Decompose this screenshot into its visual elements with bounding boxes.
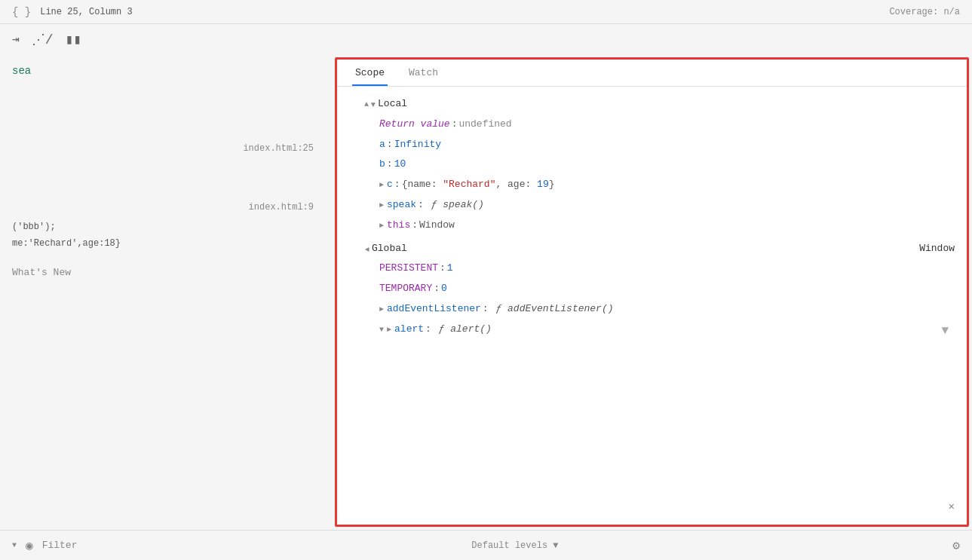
braces-icon: { } <box>12 6 31 18</box>
bottom-center: Default levels ▼ <box>89 540 940 551</box>
return-value-key: Return value <box>379 117 450 133</box>
sea-text: sea <box>0 60 332 81</box>
temporary-key: TEMPORARY <box>379 281 432 297</box>
global-label: Global <box>372 241 407 257</box>
temporary-row: TEMPORARY : 0 <box>337 279 967 299</box>
whats-new-label: What's New <box>0 262 332 283</box>
down-arrow-icon: ▼ <box>379 324 384 336</box>
bottom-left: ▼ ◉ Filter <box>12 538 77 553</box>
c-name-string: "Rechard" <box>443 179 495 190</box>
filter-label[interactable]: Filter <box>42 540 78 551</box>
scope-content: ▲ ► Local Return value : undefined a : I… <box>337 87 967 525</box>
local-header[interactable]: ▲ ► Local <box>337 94 967 115</box>
top-bar: { } Line 25, Column 3 Coverage: n/a <box>0 0 972 24</box>
alert-key: alert <box>394 322 424 338</box>
c-row[interactable]: ► c : {name: "Rechard", age: 19} <box>337 175 967 195</box>
b-val: 10 <box>394 157 406 173</box>
a-row: a : Infinity <box>337 135 967 155</box>
persistent-key: PERSISTENT <box>379 261 438 277</box>
speak-func: speak() <box>443 197 484 213</box>
temporary-val: 0 <box>441 281 447 297</box>
ref2: index.html:9 <box>237 200 332 214</box>
speak-expand-icon[interactable]: ► <box>379 200 384 212</box>
pause-button[interactable]: ▮▮ <box>65 31 81 47</box>
toolbar-row: ⇥ ⋰/ ▮▮ <box>0 24 972 54</box>
global-header[interactable]: ▼ Global Window <box>337 239 967 259</box>
speak-row[interactable]: ► speak : ƒ speak() <box>337 195 967 216</box>
global-expand-icon[interactable]: ▼ <box>360 247 373 252</box>
close-icon[interactable]: ✕ <box>949 500 955 513</box>
a-val: Infinity <box>394 137 441 153</box>
tabs-row: Scope Watch <box>337 60 967 87</box>
addeventlistener-row[interactable]: ► addEventListener : ƒ addEventListener(… <box>337 299 967 320</box>
alert-expand-icon[interactable]: ► <box>387 324 391 336</box>
eye-icon[interactable]: ◉ <box>26 538 33 553</box>
return-value-row: Return value : undefined <box>337 115 967 135</box>
this-expand-icon[interactable]: ► <box>379 220 384 232</box>
persistent-row: PERSISTENT : 1 <box>337 259 967 279</box>
cursor-position: Line 25, Column 3 <box>40 7 132 17</box>
global-val: Window <box>919 241 955 257</box>
scrollbar-down-icon: ▼ <box>941 322 949 341</box>
this-val: Window <box>419 218 455 234</box>
return-value-val: undefined <box>458 117 511 133</box>
top-bar-left: { } Line 25, Column 3 <box>12 6 133 18</box>
this-row[interactable]: ► this : Window <box>337 216 967 236</box>
local-expand-icon[interactable]: ► <box>366 103 379 107</box>
default-levels-label[interactable]: Default levels ▼ <box>471 540 558 551</box>
a-key: a <box>379 137 385 153</box>
addevent-key: addEventListener <box>387 301 481 317</box>
step-over-button[interactable]: ⋰/ <box>32 31 54 47</box>
alert-row[interactable]: ▼ ► alert : ƒ alert() ▼ <box>337 320 967 340</box>
settings-gear-icon[interactable]: ⚙ <box>952 538 960 553</box>
left-panel: sea index.html:25 index.html:9 ('bbb'); … <box>0 54 332 530</box>
local-label: Local <box>378 96 407 112</box>
scope-panel: Scope Watch ▲ ► Local Return value : und… <box>335 57 969 527</box>
c-val: {name: "Rechard", age: 19} <box>402 177 555 193</box>
snippet1: ('bbb'); <box>0 220 332 234</box>
bottom-right: ⚙ <box>952 538 960 553</box>
ref1: index.html:25 <box>231 142 332 155</box>
chevron-down-icon[interactable]: ▼ <box>12 541 17 549</box>
persistent-val: 1 <box>447 261 453 277</box>
c-expand-icon[interactable]: ► <box>379 179 384 191</box>
local-section: ▲ ► Local Return value : undefined a : I… <box>337 93 967 237</box>
alert-f: ƒ <box>433 322 450 338</box>
b-row: b : 10 <box>337 155 967 175</box>
c-key: c <box>387 177 393 193</box>
bottom-bar: ▼ ◉ Filter Default levels ▼ ⚙ <box>0 530 972 560</box>
global-section: ▼ Global Window PERSISTENT : 1 TEMPORARY… <box>337 237 967 341</box>
coverage-label: Coverage: n/a <box>889 7 960 17</box>
c-age: 19 <box>537 179 549 190</box>
this-key: this <box>387 218 410 234</box>
main-content: sea index.html:25 index.html:9 ('bbb'); … <box>0 54 972 530</box>
speak-key: speak <box>387 197 416 213</box>
tab-watch[interactable]: Watch <box>406 60 441 86</box>
step-into-button[interactable]: ⇥ <box>12 32 20 47</box>
alert-func: alert() <box>450 322 492 338</box>
b-key: b <box>379 157 385 173</box>
addevent-f: ƒ <box>490 301 507 317</box>
snippet2: me:'Rechard',age:18} <box>0 237 332 250</box>
addevent-expand-icon[interactable]: ► <box>379 304 384 316</box>
speak-f: ƒ <box>425 197 443 213</box>
addevent-func: addEventListener() <box>507 301 613 317</box>
tab-scope[interactable]: Scope <box>352 60 388 86</box>
